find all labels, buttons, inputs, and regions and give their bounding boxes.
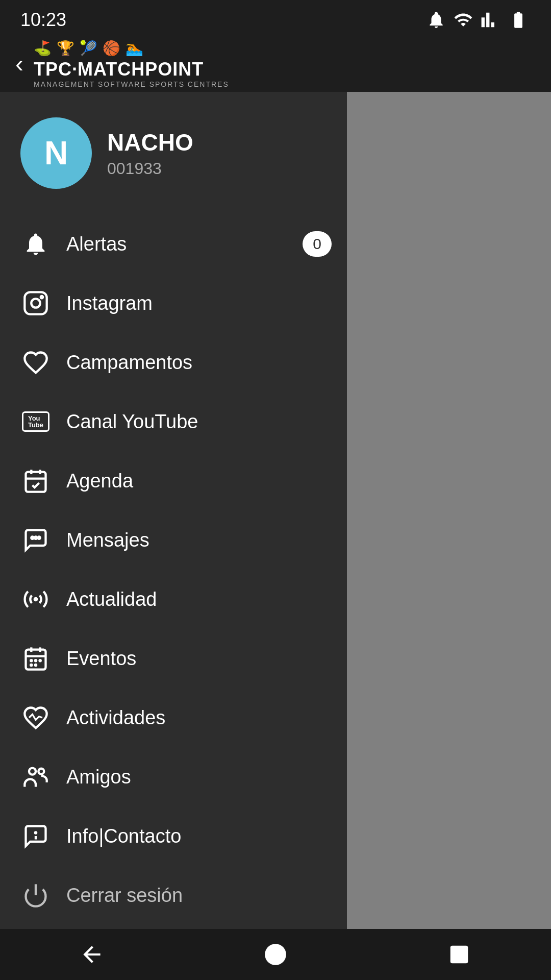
drawer: N NACHO 001933 Alertas 0 bbox=[0, 92, 347, 929]
sidebar-item-mensajes[interactable]: Mensajes bbox=[0, 510, 347, 570]
notification-icon bbox=[427, 10, 446, 30]
home-nav-icon bbox=[263, 942, 288, 967]
svg-point-8 bbox=[35, 537, 37, 539]
sidebar-item-actualidad[interactable]: Actualidad bbox=[0, 570, 347, 629]
svg-rect-3 bbox=[26, 472, 46, 492]
heart-icon bbox=[20, 347, 51, 378]
eventos-label: Eventos bbox=[66, 648, 136, 670]
heart-activity-icon bbox=[20, 702, 51, 733]
recents-nav-button[interactable] bbox=[429, 937, 490, 972]
instagram-label: Instagram bbox=[66, 292, 153, 314]
bell-icon bbox=[20, 229, 51, 259]
recents-nav-icon bbox=[447, 943, 471, 966]
swim-icon: 🏊 bbox=[126, 40, 143, 57]
svg-point-7 bbox=[31, 537, 33, 539]
cerrar-sesion-label: Cerrar sesión bbox=[66, 885, 183, 906]
back-nav-icon bbox=[79, 942, 105, 967]
actividades-label: Actividades bbox=[66, 707, 165, 729]
svg-point-2 bbox=[41, 296, 43, 298]
youtube-icon: YouTube bbox=[20, 406, 51, 437]
main-layout: N NACHO 001933 Alertas 0 bbox=[0, 92, 551, 929]
back-button[interactable]: ‹ bbox=[15, 52, 23, 76]
menu-list: Alertas 0 Instagram bbox=[0, 214, 347, 925]
sidebar-item-canal-youtube[interactable]: YouTube Canal YouTube bbox=[0, 392, 347, 451]
calendar-check-icon bbox=[20, 465, 51, 496]
chat-icon bbox=[20, 525, 51, 555]
status-time: 10:23 bbox=[20, 9, 66, 31]
trophy-icon: 🏆 bbox=[57, 40, 74, 57]
people-icon bbox=[20, 762, 51, 792]
sidebar-item-alertas[interactable]: Alertas 0 bbox=[0, 214, 347, 274]
profile-id: 001933 bbox=[107, 159, 193, 178]
svg-rect-26 bbox=[450, 946, 468, 964]
svg-point-25 bbox=[265, 944, 286, 965]
svg-point-1 bbox=[31, 299, 40, 307]
sidebar-item-agenda[interactable]: Agenda bbox=[0, 451, 347, 510]
svg-point-9 bbox=[38, 537, 40, 539]
golf-icon: ⛳ bbox=[34, 40, 52, 57]
avatar: N bbox=[20, 117, 92, 189]
info-chat-icon bbox=[20, 821, 51, 851]
amigos-label: Amigos bbox=[66, 766, 131, 788]
svg-point-10 bbox=[34, 597, 38, 602]
actualidad-label: Actualidad bbox=[66, 589, 157, 610]
back-nav-button[interactable] bbox=[61, 937, 122, 972]
sidebar-item-actividades[interactable]: Actividades bbox=[0, 688, 347, 747]
power-icon bbox=[20, 880, 51, 911]
info-contacto-label: Info|Contacto bbox=[66, 825, 181, 847]
bottom-bar bbox=[0, 929, 551, 980]
status-bar: 10:23 bbox=[0, 0, 551, 36]
svg-point-21 bbox=[38, 769, 44, 774]
profile-name: NACHO bbox=[107, 129, 193, 156]
camera-icon bbox=[20, 288, 51, 318]
battery-icon bbox=[506, 10, 531, 30]
sidebar-item-campamentos[interactable]: Campamentos bbox=[0, 333, 347, 392]
logo-text: TPC·MATCHPOINT bbox=[34, 59, 204, 80]
sidebar-item-instagram[interactable]: Instagram bbox=[0, 274, 347, 333]
profile-section: N NACHO 001933 bbox=[0, 112, 347, 214]
alertas-badge: 0 bbox=[303, 231, 332, 257]
logo-sport-icons: ⛳ 🏆 🎾 🏀 🏊 bbox=[34, 40, 143, 57]
tennis-icon: 🎾 bbox=[80, 40, 97, 57]
svg-rect-0 bbox=[24, 292, 46, 314]
overlay-background[interactable] bbox=[347, 92, 551, 929]
campamentos-label: Campamentos bbox=[66, 352, 192, 374]
agenda-label: Agenda bbox=[66, 470, 133, 492]
basketball-icon: 🏀 bbox=[103, 40, 120, 57]
status-icons bbox=[427, 10, 531, 30]
sidebar-item-cerrar-sesion[interactable]: Cerrar sesión bbox=[0, 866, 347, 925]
home-nav-button[interactable] bbox=[245, 937, 306, 972]
logo-subtitle: MANAGEMENT SOFTWARE SPORTS CENTRES bbox=[34, 80, 229, 88]
canal-youtube-label: Canal YouTube bbox=[66, 411, 198, 433]
wifi-icon bbox=[452, 10, 474, 30]
broadcast-icon bbox=[20, 584, 51, 615]
sidebar-item-info-contacto[interactable]: Info|Contacto bbox=[0, 806, 347, 866]
svg-point-20 bbox=[29, 768, 36, 775]
signal-icon bbox=[481, 10, 500, 30]
calendar-grid-icon bbox=[20, 643, 51, 674]
profile-info: NACHO 001933 bbox=[107, 129, 193, 178]
mensajes-label: Mensajes bbox=[66, 529, 149, 551]
sidebar-item-eventos[interactable]: Eventos bbox=[0, 629, 347, 688]
alertas-label: Alertas bbox=[66, 233, 127, 255]
alertas-count: 0 bbox=[313, 235, 321, 253]
sidebar-item-amigos[interactable]: Amigos bbox=[0, 747, 347, 806]
logo-area: ⛳ 🏆 🎾 🏀 🏊 TPC·MATCHPOINT MANAGEMENT SOFT… bbox=[34, 40, 229, 88]
top-bar: ‹ ⛳ 🏆 🎾 🏀 🏊 TPC·MATCHPOINT MANAGEMENT SO… bbox=[0, 36, 551, 92]
